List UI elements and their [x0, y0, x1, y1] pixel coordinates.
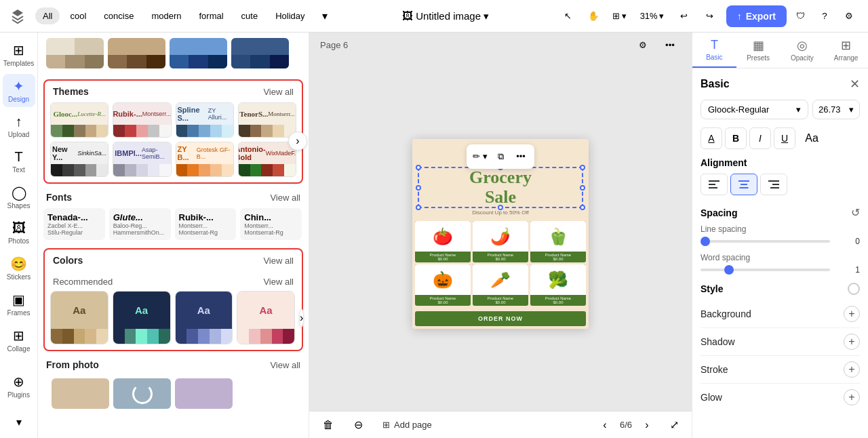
shadow-add-button[interactable]: +: [844, 334, 860, 350]
text-case-button[interactable]: Aa: [801, 127, 823, 149]
font-card-1[interactable]: Glute... Baloo-Reg... HammersmithOn...: [109, 208, 171, 240]
app-logo[interactable]: [8, 7, 27, 26]
themes-next-button[interactable]: ›: [288, 132, 307, 151]
product-0[interactable]: 🍅 Product Name $0.00: [415, 221, 471, 262]
style-stroke-row[interactable]: Stroke +: [701, 356, 860, 384]
sidebar-item-frames[interactable]: ▣ Frames: [3, 287, 35, 321]
sidebar-item-photos[interactable]: 🖼 Photos: [3, 216, 35, 249]
palette-0[interactable]: Aa: [50, 291, 108, 344]
canvas-scroll[interactable]: ✏ ▾ ⧉ ••• 01 - 10 September 2024: [309, 57, 692, 411]
sidebar-item-shapes[interactable]: ◯ Shapes: [3, 180, 35, 214]
hand-tool[interactable]: ✋: [583, 5, 605, 27]
style-glow-row[interactable]: Glow +: [701, 384, 860, 411]
spacing-refresh-icon[interactable]: ↺: [851, 206, 860, 219]
swatch-blue[interactable]: [170, 38, 227, 68]
font-card-2[interactable]: Rubik-... Montserr... Montserrat-Rg: [175, 208, 237, 240]
tab-arrange[interactable]: ⊞ Arrange: [824, 33, 868, 68]
photo-swatch-1[interactable]: [113, 378, 171, 409]
font-family-selector[interactable]: Gloock-Regular ▾: [701, 100, 808, 119]
style-refresh-icon[interactable]: [848, 283, 860, 295]
style-shadow-row[interactable]: Shadow +: [701, 328, 860, 356]
tab-opacity[interactable]: ◎ Opacity: [781, 33, 825, 68]
sidebar-item-upload[interactable]: ↑ Upload: [3, 110, 35, 142]
theme-card-2[interactable]: Spline S...ZY Alluri...: [176, 102, 234, 138]
handle-rm[interactable]: [580, 185, 585, 191]
theme-card-6[interactable]: ZY B...Grotesk GF-B...: [176, 142, 234, 177]
sidebar-item-collage[interactable]: ⊞ Collage: [3, 323, 35, 357]
tag-all[interactable]: All: [35, 7, 60, 24]
tag-formal[interactable]: formal: [191, 7, 231, 24]
select-tool[interactable]: ↖: [557, 5, 579, 27]
theme-card-7[interactable]: Antonio-BoldWixMadeF...: [238, 142, 296, 177]
glow-add-button[interactable]: +: [844, 389, 860, 405]
theme-card-1[interactable]: Rubik-...Montserr...: [113, 102, 171, 138]
copy-button[interactable]: ⧉: [491, 147, 510, 166]
layout-tool[interactable]: ⊞ ▾: [609, 5, 631, 27]
colors-view-all[interactable]: View all: [263, 256, 294, 266]
handle-tr[interactable]: [580, 165, 585, 170]
product-5[interactable]: 🥦 Product Name $0.00: [530, 264, 586, 306]
rp-close-button[interactable]: ✕: [850, 77, 860, 92]
palettes-next-button[interactable]: ›: [299, 308, 304, 327]
font-size-selector[interactable]: 26.73 ▾: [812, 100, 860, 119]
stroke-add-button[interactable]: +: [844, 361, 860, 378]
expand-button[interactable]: ⤢: [665, 416, 684, 435]
font-card-0[interactable]: Tenada-... Zacbel X-E... Stilu-Regular: [43, 208, 105, 240]
swatch-warm[interactable]: [108, 38, 165, 68]
align-left-button[interactable]: [701, 174, 728, 195]
canvas-more-icon[interactable]: •••: [659, 34, 681, 56]
theme-card-5[interactable]: IBMPl...Asap-SemiB...: [113, 142, 171, 177]
fonts-view-all[interactable]: View all: [270, 193, 300, 203]
zoom-control[interactable]: 31% ▾: [635, 8, 669, 24]
align-center-button[interactable]: [730, 174, 757, 195]
document-title[interactable]: 🖼 Untitled image ▾: [402, 10, 489, 22]
theme-card-4[interactable]: New Y...SinkinSa...: [50, 142, 108, 177]
theme-card-3[interactable]: TenorS...Montserr...: [238, 102, 296, 138]
next-page-button[interactable]: ›: [637, 416, 656, 435]
italic-button[interactable]: I: [749, 127, 771, 149]
delete-icon[interactable]: ⊖: [347, 414, 369, 436]
tag-cute[interactable]: cute: [234, 7, 266, 24]
sidebar-item-plugins[interactable]: ⊕ Plugins: [3, 370, 35, 403]
sidebar-item-templates[interactable]: ⊞ Templates: [3, 38, 35, 71]
product-3[interactable]: 🎃 Product Name $0.00: [415, 264, 471, 306]
style-background-row[interactable]: Background +: [701, 300, 860, 328]
canvas-menu-icon[interactable]: ⚙: [632, 34, 654, 56]
undo-button[interactable]: ↩: [673, 5, 695, 27]
tag-modern[interactable]: modern: [144, 7, 189, 24]
shield-icon[interactable]: 🛡: [789, 5, 811, 27]
help-icon[interactable]: ?: [814, 5, 835, 27]
redo-button[interactable]: ↪: [699, 5, 721, 27]
trash-icon[interactable]: 🗑: [317, 414, 339, 436]
tag-holiday[interactable]: Holiday: [268, 7, 312, 24]
selected-text-element[interactable]: Grocery Sale: [418, 167, 583, 208]
tab-presets[interactable]: ▦ Presets: [736, 33, 781, 68]
recommended-view-all[interactable]: View all: [263, 277, 294, 287]
underline-A-button[interactable]: A: [701, 127, 722, 149]
tag-concise[interactable]: concise: [96, 7, 141, 24]
strikethrough-button[interactable]: U: [774, 127, 795, 149]
handle-tl[interactable]: [416, 165, 421, 170]
prev-page-button[interactable]: ‹: [595, 416, 614, 435]
palette-3[interactable]: Aa: [237, 291, 295, 344]
sidebar-collapse-button[interactable]: ▾: [3, 411, 35, 433]
photo-swatch-2[interactable]: [175, 378, 233, 409]
export-button[interactable]: ↑ Export: [726, 5, 787, 27]
handle-bm[interactable]: [498, 205, 503, 210]
sidebar-item-design[interactable]: ✦ Design: [3, 74, 35, 107]
word-spacing-slider[interactable]: [701, 268, 830, 271]
settings-icon[interactable]: ⚙: [838, 5, 860, 27]
background-add-button[interactable]: +: [844, 306, 860, 322]
themes-view-all[interactable]: View all: [263, 87, 294, 97]
palette-1[interactable]: Aa: [113, 291, 171, 344]
line-spacing-slider[interactable]: [701, 240, 830, 243]
more-options-button[interactable]: •••: [511, 147, 530, 166]
swatch-beige[interactable]: [46, 38, 104, 68]
swatch-navy[interactable]: [231, 38, 289, 68]
font-card-3[interactable]: Chin... Montserr... Montserrat-Rg: [240, 208, 302, 240]
product-2[interactable]: 🫑 Product Name $0.00: [530, 221, 586, 262]
add-page-button[interactable]: ⊞ Add page: [377, 417, 437, 433]
from-photo-view-all[interactable]: View all: [270, 360, 300, 370]
photo-swatch-0[interactable]: [52, 378, 109, 409]
sidebar-item-stickers[interactable]: 😊 Stickers: [3, 252, 35, 285]
